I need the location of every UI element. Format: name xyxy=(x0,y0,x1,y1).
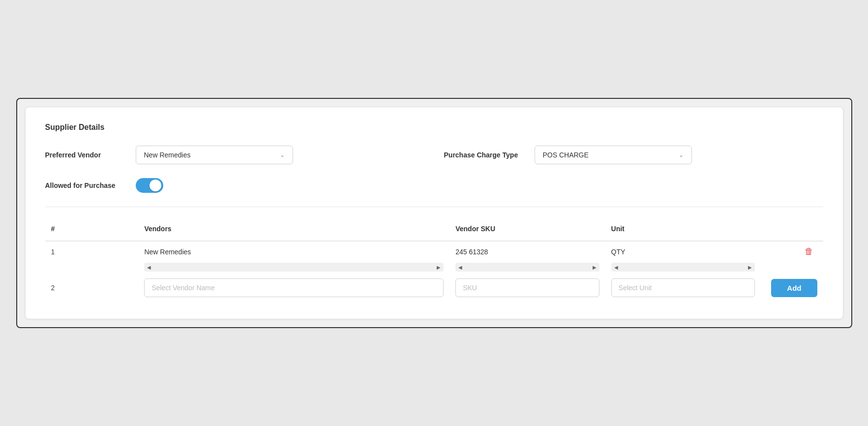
scrollbar-num-spacer xyxy=(45,262,139,273)
scrollbar-row-1: ◀ ▶ ◀ ▶ ◀ ▶ xyxy=(45,262,823,273)
vendor-name-input[interactable] xyxy=(144,278,444,297)
new-vendor-row: 2 Add xyxy=(45,273,823,303)
add-button[interactable]: Add xyxy=(771,279,817,297)
row-1-sku: 245 61328 xyxy=(449,241,605,262)
row-2-sku-input-cell xyxy=(449,273,605,303)
scrollbar-vendor[interactable]: ◀ ▶ xyxy=(144,263,444,272)
purchase-charge-type-value: POS CHARGE xyxy=(543,151,589,159)
delete-row-1-button[interactable]: 🗑 xyxy=(801,244,817,258)
scroll-right-icon[interactable]: ▶ xyxy=(593,265,597,270)
scrollbar-vendor-track[interactable]: ◀ ▶ xyxy=(138,262,449,273)
toggle-knob xyxy=(150,180,161,191)
vendor-table: # Vendors Vendor SKU Unit 1 New Remedies… xyxy=(45,221,823,303)
scrollbar-sku-track[interactable]: ◀ ▶ xyxy=(449,262,605,273)
top-form-row: Preferred Vendor New Remedies ⌄ Purchase… xyxy=(45,146,823,164)
preferred-vendor-value: New Remedies xyxy=(144,151,191,159)
purchase-charge-type-field: Purchase Charge Type POS CHARGE ⌄ xyxy=(444,146,823,164)
chevron-down-icon: ⌄ xyxy=(280,152,285,158)
row-1-action: 🗑 xyxy=(761,241,823,262)
purchase-charge-type-label: Purchase Charge Type xyxy=(444,151,523,159)
row-1-num: 1 xyxy=(45,241,139,262)
scrollbar-unit-track[interactable]: ◀ ▶ xyxy=(605,262,761,273)
unit-input[interactable] xyxy=(611,278,755,297)
divider xyxy=(45,207,823,207)
scrollbar-action-spacer xyxy=(761,262,823,273)
sku-input[interactable] xyxy=(455,278,599,297)
supplier-details-card: Supplier Details Preferred Vendor New Re… xyxy=(25,107,843,319)
scroll-right-icon[interactable]: ▶ xyxy=(748,265,752,270)
allowed-for-purchase-label: Allowed for Purchase xyxy=(45,182,124,189)
table-header-row: # Vendors Vendor SKU Unit xyxy=(45,221,823,241)
scrollbar-unit[interactable]: ◀ ▶ xyxy=(611,263,755,272)
scroll-left-icon[interactable]: ◀ xyxy=(458,265,462,270)
col-header-vendors: Vendors xyxy=(138,221,449,241)
col-header-vendor-sku: Vendor SKU xyxy=(449,221,605,241)
col-header-num: # xyxy=(45,221,139,241)
col-header-action xyxy=(761,221,823,241)
preferred-vendor-field: Preferred Vendor New Remedies ⌄ xyxy=(45,146,424,164)
allowed-for-purchase-field: Allowed for Purchase xyxy=(45,178,823,193)
outer-wrapper: Supplier Details Preferred Vendor New Re… xyxy=(16,98,852,328)
scroll-left-icon[interactable]: ◀ xyxy=(614,265,618,270)
row-1-unit: QTY xyxy=(605,241,761,262)
purchase-charge-type-dropdown[interactable]: POS CHARGE ⌄ xyxy=(535,146,692,164)
row-2-vendor-input-cell xyxy=(138,273,449,303)
allowed-for-purchase-row: Allowed for Purchase xyxy=(45,178,823,193)
chevron-down-icon: ⌄ xyxy=(679,152,684,158)
scroll-right-icon[interactable]: ▶ xyxy=(437,265,441,270)
row-2-num: 2 xyxy=(45,273,139,303)
preferred-vendor-label: Preferred Vendor xyxy=(45,151,124,159)
scrollbar-sku[interactable]: ◀ ▶ xyxy=(455,263,599,272)
row-1-vendor: New Remedies xyxy=(138,241,449,262)
row-2-unit-input-cell xyxy=(605,273,761,303)
scroll-left-icon[interactable]: ◀ xyxy=(147,265,151,270)
toggle-slider xyxy=(136,178,163,193)
preferred-vendor-dropdown[interactable]: New Remedies ⌄ xyxy=(136,146,293,164)
col-header-unit: Unit xyxy=(605,221,761,241)
section-title: Supplier Details xyxy=(45,123,823,132)
row-2-add-cell: Add xyxy=(761,273,823,303)
table-row: 1 New Remedies 245 61328 QTY 🗑 xyxy=(45,241,823,262)
allowed-for-purchase-toggle[interactable] xyxy=(136,178,163,193)
